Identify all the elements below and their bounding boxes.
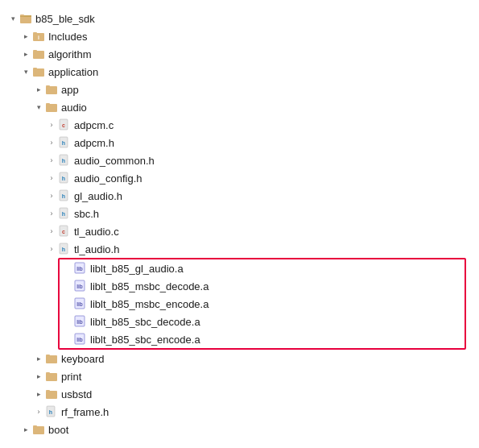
toggle-root[interactable] (6, 12, 19, 25)
tree-item-usbstd[interactable]: usbstd (6, 385, 473, 403)
svg-text:h: h (62, 140, 65, 146)
tree-item-rf-frame-h[interactable]: › h rf_frame.h (6, 403, 473, 421)
tree-item-liblt-msbc-encode[interactable]: lib liblt_b85_msbc_encode.a (60, 295, 465, 313)
svg-rect-40 (46, 355, 57, 363)
svg-text:h: h (62, 211, 65, 217)
tree-item-tl-audio-c[interactable]: › c tl_audio.c (6, 222, 473, 240)
file-tree: b85_ble_sdk i Includes algorithm (6, 6, 473, 442)
svg-rect-10 (46, 86, 57, 94)
toggle-keyboard[interactable] (32, 352, 45, 365)
tree-item-gl-audio-h[interactable]: › h gl_audio.h (6, 187, 473, 205)
algorithm-label: algorithm (48, 48, 91, 60)
svg-text:h: h (49, 409, 52, 415)
file-h6-icon: h (58, 243, 71, 255)
toggle-audio-config-h: › (45, 172, 58, 185)
svg-rect-42 (46, 373, 57, 381)
svg-text:lib: lib (76, 301, 83, 307)
toggle-includes[interactable] (19, 30, 32, 43)
toggle-gl-audio-h: › (45, 189, 58, 202)
toggle-app[interactable] (32, 83, 45, 96)
toggle-audio[interactable] (32, 101, 45, 114)
svg-rect-45 (46, 390, 50, 392)
tree-item-algorithm[interactable]: algorithm (6, 45, 473, 63)
app-label: app (61, 84, 79, 96)
toggle-boot[interactable] (19, 423, 32, 436)
svg-text:h: h (62, 247, 65, 252)
boot-label: boot (48, 424, 68, 436)
toggle-usbstd[interactable] (32, 388, 45, 400)
keyboard-label: keyboard (61, 353, 104, 365)
toggle-adpcm-h: › (45, 136, 58, 149)
svg-text:lib: lib (76, 284, 83, 289)
tree-item-adpcm-h[interactable]: › h adpcm.h (6, 134, 473, 151)
tree-item-audio-common-h[interactable]: › h audio_common.h (6, 151, 473, 169)
tree-item-includes[interactable]: i Includes (6, 27, 473, 45)
file-a-icon: lib (74, 262, 87, 275)
folder-print-icon (45, 370, 58, 383)
svg-text:h: h (62, 158, 65, 164)
file-h2-icon: h (58, 154, 71, 167)
toggle-liblt-gl-audio (61, 262, 74, 275)
svg-rect-12 (46, 104, 57, 112)
svg-text:lib: lib (76, 337, 83, 342)
file-h4-icon: h (58, 189, 71, 202)
tree-item-boot[interactable]: boot (6, 421, 473, 438)
root-label: b85_ble_sdk (35, 13, 95, 25)
tree-item-liblt-gl-audio[interactable]: lib liblt_b85_gl_audio.a (60, 259, 465, 277)
svg-text:i: i (38, 35, 39, 40)
usbstd-label: usbstd (61, 388, 92, 400)
tree-item-audio[interactable]: audio (6, 98, 473, 116)
folder-includes-icon: i (32, 30, 45, 43)
toggle-liblt-msbc-encode (61, 297, 74, 310)
toggle-application[interactable] (19, 65, 32, 78)
tl-audio-h-label: tl_audio.h (74, 243, 119, 255)
highlighted-lib-files: lib liblt_b85_gl_audio.a lib liblt_b85_m… (58, 258, 466, 350)
svg-rect-13 (46, 103, 50, 105)
toggle-algorithm[interactable] (19, 48, 32, 60)
toggle-sbc-h: › (45, 207, 58, 220)
toggle-adpcm-c: › (45, 118, 58, 131)
file-rf-h-icon: h (45, 405, 58, 418)
tree-item-adpcm-c[interactable]: › c adpcm.c (6, 116, 473, 134)
toggle-liblt-sbc-encode (61, 333, 74, 346)
svg-rect-4 (33, 32, 37, 34)
toggle-liblt-sbc-decode (61, 315, 74, 328)
rf-frame-h-label: rf_frame.h (61, 406, 109, 418)
file-a4-icon: lib (74, 315, 87, 328)
file-a5-icon: lib (74, 333, 87, 346)
toggle-tl-audio-c: › (45, 225, 58, 238)
tree-item-root[interactable]: b85_ble_sdk (6, 10, 473, 27)
toggle-rf-frame-h: › (32, 405, 45, 418)
tree-item-app[interactable]: app (6, 81, 473, 98)
svg-rect-2 (20, 15, 24, 16)
file-h3-icon: h (58, 172, 71, 185)
tree-item-print[interactable]: print (6, 367, 473, 385)
folder-application-icon (32, 65, 45, 78)
svg-text:h: h (62, 193, 65, 199)
tree-item-tl-audio-h[interactable]: › h tl_audio.h (6, 240, 473, 258)
audio-common-h-label: audio_common.h (74, 155, 155, 167)
file-c2-icon: c (58, 225, 71, 238)
svg-rect-48 (33, 426, 44, 434)
tree-item-sbc-h[interactable]: › h sbc.h (6, 205, 473, 222)
adpcm-h-label: adpcm.h (74, 137, 114, 149)
tree-item-keyboard[interactable]: keyboard (6, 350, 473, 367)
tree-item-application[interactable]: application (6, 63, 473, 81)
tree-item-audio-config-h[interactable]: › h audio_config.h (6, 169, 473, 187)
svg-rect-49 (33, 425, 37, 427)
liblt-msbc-encode-label: liblt_b85_msbc_encode.a (90, 298, 209, 310)
toggle-tl-audio-h: › (45, 243, 58, 255)
file-h-icon: h (58, 136, 71, 149)
gl-audio-h-label: gl_audio.h (74, 190, 122, 202)
file-c-icon: c (58, 118, 71, 131)
svg-rect-8 (33, 68, 44, 77)
toggle-audio-common-h: › (45, 154, 58, 167)
tree-item-liblt-sbc-encode[interactable]: lib liblt_b85_sbc_encode.a (60, 330, 465, 348)
liblt-sbc-encode-label: liblt_b85_sbc_encode.a (90, 334, 200, 346)
toggle-print[interactable] (32, 370, 45, 383)
svg-text:c: c (62, 229, 65, 234)
tree-item-liblt-msbc-decode[interactable]: lib liblt_b85_msbc_decode.a (60, 277, 465, 295)
svg-rect-43 (46, 372, 50, 374)
audio-config-h-label: audio_config.h (74, 172, 142, 185)
tree-item-liblt-sbc-decode[interactable]: lib liblt_b85_sbc_decode.a (60, 313, 465, 330)
